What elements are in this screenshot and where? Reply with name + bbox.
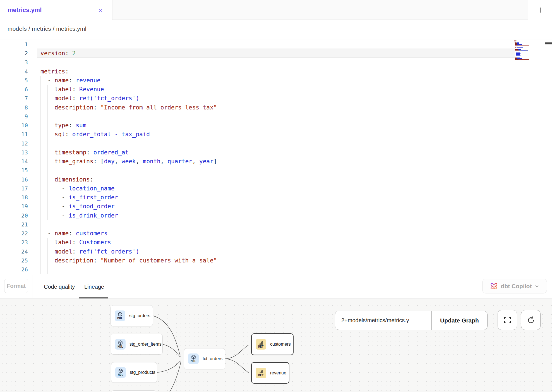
- indent-guide: [47, 139, 48, 148]
- lineage-node-stg_order_items[interactable]: MDLstg_order_items: [111, 334, 163, 355]
- code-line[interactable]: model: ref('fct_orders'): [40, 94, 139, 103]
- code-line[interactable]: version: 2: [40, 49, 76, 58]
- indent-guide: [40, 265, 41, 274]
- lineage-node-customers[interactable]: METcustomers: [251, 333, 294, 355]
- code-line[interactable]: - name: revenue: [40, 76, 100, 85]
- code-line[interactable]: sql: order_total - tax_paid: [40, 130, 150, 139]
- line-number: 26: [0, 265, 28, 274]
- graph-filter-input[interactable]: [335, 311, 431, 330]
- fullscreen-button[interactable]: [498, 310, 517, 330]
- line-number: 25: [0, 256, 28, 265]
- code-line[interactable]: timestamp: ordered_at: [40, 148, 129, 157]
- node-label: stg_products: [130, 370, 155, 375]
- tab-metrics-yml[interactable]: metrics.yml: [0, 0, 112, 20]
- lineage-node-revenue[interactable]: METrevenue: [251, 362, 289, 384]
- new-tab-button[interactable]: [528, 0, 552, 20]
- fullscreen-icon: [504, 316, 511, 324]
- lineage-node-fct_orders[interactable]: MDLfct_orders: [184, 348, 225, 369]
- model-cube-icon: MDL: [115, 367, 126, 378]
- indent-guide: [47, 166, 48, 175]
- line-number: 5: [0, 76, 28, 85]
- indent-guide: [47, 112, 48, 121]
- breadcrumb: models / metrics / metrics.yml: [8, 25, 87, 32]
- dbt-copilot-button[interactable]: dbt Copilot: [482, 279, 547, 293]
- code-line[interactable]: - is_food_order: [40, 202, 115, 211]
- model-cube-icon: MDL: [188, 353, 199, 364]
- indent-guide: [47, 265, 48, 274]
- line-number: 16: [0, 175, 28, 184]
- node-label: stg_orders: [129, 313, 150, 318]
- graph-filter-combo: Update Graph: [335, 311, 488, 330]
- line-number: 9: [0, 112, 28, 121]
- tab-bar-empty-area: [112, 0, 528, 20]
- line-number: 14: [0, 157, 28, 166]
- header: metrics.yml models / metrics / metrics.y…: [0, 0, 552, 39]
- line-number: 15: [0, 166, 28, 175]
- model-cube-icon: MDL: [115, 310, 125, 321]
- line-number: 2: [0, 49, 28, 58]
- indent-guide: [40, 166, 41, 175]
- line-number: 8: [0, 103, 28, 112]
- indent-guide: [40, 220, 41, 229]
- line-number: 11: [0, 130, 28, 139]
- dbt-copilot-label: dbt Copilot: [501, 283, 532, 290]
- indent-guide: [40, 112, 41, 121]
- code-line[interactable]: time_grains: [day, week, month, quarter,…: [40, 157, 217, 166]
- line-number: 7: [0, 94, 28, 103]
- metric-chart-icon: MET: [256, 339, 266, 350]
- line-number: 3: [0, 58, 28, 67]
- active-tab-underline: [79, 297, 108, 298]
- bottom-toolbar: Format Code quality Lineage dbt Copilot: [0, 275, 552, 299]
- code-line[interactable]: description: "Income from all orders les…: [40, 103, 217, 112]
- code-line[interactable]: - location_name: [40, 184, 115, 193]
- node-label: stg_order_items: [129, 342, 162, 347]
- line-number: 20: [0, 211, 28, 220]
- editor-scrollbar[interactable]: [545, 39, 552, 275]
- tab-code-quality[interactable]: Code quality: [44, 275, 75, 298]
- lineage-node-stg_partial[interactable]: MDL: [111, 390, 157, 392]
- line-number: 18: [0, 193, 28, 202]
- breadcrumb-row: models / metrics / metrics.yml Save: [0, 20, 552, 39]
- code-line[interactable]: model: ref('fct_orders'): [40, 247, 139, 256]
- code-line[interactable]: - name: customers: [40, 229, 107, 238]
- metric-chart-icon: MET: [256, 368, 266, 378]
- line-number: 17: [0, 184, 28, 193]
- indent-guide: [40, 139, 41, 148]
- code-line[interactable]: description: "Number of customers with a…: [40, 256, 217, 265]
- update-graph-button[interactable]: Update Graph: [432, 311, 487, 330]
- current-line-highlight: [37, 49, 515, 58]
- tab-label: metrics.yml: [8, 6, 42, 14]
- line-number: 10: [0, 121, 28, 130]
- chevron-down-icon: [535, 284, 539, 288]
- minimap[interactable]: [514, 39, 529, 61]
- line-number: 24: [0, 247, 28, 256]
- line-number: 13: [0, 148, 28, 157]
- code-line[interactable]: dimensions:: [40, 175, 93, 184]
- node-label: revenue: [270, 371, 286, 376]
- dbt-copilot-icon: [490, 282, 498, 290]
- scrollbar-thumb[interactable]: [545, 42, 552, 44]
- code-line[interactable]: label: Revenue: [40, 85, 104, 94]
- line-number: 4: [0, 67, 28, 76]
- line-number: 12: [0, 139, 28, 148]
- close-tab-icon[interactable]: [96, 6, 105, 15]
- line-number: 22: [0, 229, 28, 238]
- refresh-icon: [527, 316, 535, 324]
- refresh-button[interactable]: [521, 310, 541, 330]
- code-line[interactable]: type: sum: [40, 121, 86, 130]
- lineage-node-stg_orders[interactable]: MDLstg_orders: [111, 305, 153, 326]
- line-number: 1: [0, 40, 28, 49]
- node-label: customers: [270, 342, 291, 347]
- model-cube-icon: MDL: [115, 339, 126, 350]
- code-line[interactable]: - is_drink_order: [40, 211, 118, 220]
- code-line[interactable]: - is_first_order: [40, 193, 118, 202]
- lineage-canvas[interactable]: Update Graph MDLstg_ordersMDLstg_order_i…: [0, 299, 552, 392]
- code-line[interactable]: metrics:: [40, 67, 69, 76]
- tab-lineage[interactable]: Lineage: [84, 275, 104, 298]
- code-editor[interactable]: 12version: 234metrics:5 - name: revenue6…: [0, 39, 552, 275]
- format-button[interactable]: Format: [4, 279, 28, 293]
- code-line[interactable]: label: Customers: [40, 238, 111, 247]
- line-number: 6: [0, 85, 28, 94]
- lineage-node-stg_products[interactable]: MDLstg_products: [111, 362, 157, 383]
- line-number: 21: [0, 220, 28, 229]
